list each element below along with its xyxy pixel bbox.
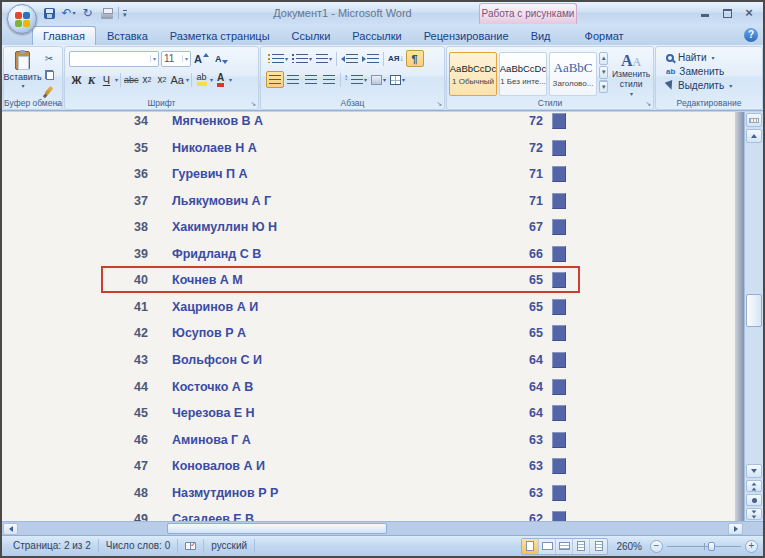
zoom-level[interactable]: 260%: [612, 541, 646, 552]
paragraph-dialog-launcher[interactable]: ↘: [436, 100, 442, 108]
row-marker-square[interactable]: [552, 352, 566, 368]
outline-view-button[interactable]: [573, 539, 590, 554]
list-row-48[interactable]: 48Назмутдинов Р Р63: [2, 486, 735, 513]
align-center-button[interactable]: [284, 71, 302, 88]
italic-button[interactable]: К: [84, 72, 99, 88]
office-button[interactable]: [7, 4, 37, 34]
row-marker-square[interactable]: [552, 246, 566, 262]
horizontal-scroll-track[interactable]: [19, 523, 727, 535]
list-row-35[interactable]: 35Николаев Н А72: [2, 141, 735, 168]
sort-button[interactable]: АЯ↓: [386, 50, 406, 67]
highlight-color-button[interactable]: ab: [194, 72, 209, 88]
list-row-41[interactable]: 41Хацринов А И65: [2, 300, 735, 327]
grow-font-button[interactable]: А: [191, 53, 212, 65]
proofing-status[interactable]: [178, 539, 204, 553]
previous-page-button[interactable]: [746, 480, 762, 492]
numbering-button[interactable]: ▾: [290, 50, 314, 67]
cut-button[interactable]: ✂: [39, 51, 59, 66]
row-marker-square[interactable]: [552, 458, 566, 474]
select-button[interactable]: Выделить▾: [666, 80, 758, 91]
tab-home[interactable]: Главная: [32, 26, 96, 45]
undo-button[interactable]: ↶▾: [61, 5, 76, 21]
styles-more-button[interactable]: ▼: [599, 80, 608, 93]
zoom-in-button[interactable]: +: [745, 540, 758, 553]
decrease-indent-button[interactable]: [339, 50, 360, 67]
minimize-button[interactable]: [699, 6, 711, 18]
horizontal-scrollbar[interactable]: [2, 521, 763, 535]
increase-indent-button[interactable]: [360, 50, 381, 67]
row-marker-square[interactable]: [552, 272, 566, 288]
line-spacing-button[interactable]: ▾: [343, 71, 369, 88]
style-card-3[interactable]: AaBbCЗаголово...: [549, 52, 597, 96]
font-color-dropdown-arrow[interactable]: ▾: [229, 76, 232, 83]
list-row-37[interactable]: 37Льякумович А Г71: [2, 194, 735, 221]
subscript-button[interactable]: х2: [140, 72, 155, 88]
list-row-47[interactable]: 47Коновалов А И63: [2, 459, 735, 486]
row-marker-square[interactable]: [552, 299, 566, 315]
list-row-43[interactable]: 43Вольфсон С И64: [2, 353, 735, 380]
change-case-dropdown-arrow[interactable]: ▾: [186, 76, 189, 83]
list-row-42[interactable]: 42Юсупов Р А65: [2, 326, 735, 353]
row-marker-square[interactable]: [552, 511, 566, 521]
page-indicator[interactable]: Страница: 2 из 2: [6, 539, 99, 553]
row-marker-square[interactable]: [552, 379, 566, 395]
customize-qat-button[interactable]: ▾: [123, 10, 127, 19]
print-button[interactable]: [99, 5, 114, 21]
format-painter-button[interactable]: [39, 83, 59, 98]
underline-button[interactable]: Ч: [99, 72, 114, 88]
save-button[interactable]: [42, 5, 57, 21]
row-marker-square[interactable]: [552, 219, 566, 235]
zoom-slider-handle[interactable]: [708, 542, 715, 551]
bold-button[interactable]: Ж: [69, 72, 84, 88]
align-right-button[interactable]: [302, 71, 320, 88]
scroll-right-button[interactable]: [728, 523, 743, 535]
scroll-up-button[interactable]: [746, 129, 762, 143]
superscript-button[interactable]: х2: [155, 72, 170, 88]
list-row-38[interactable]: 38Хакимуллин Ю Н67: [2, 220, 735, 247]
horizontal-scroll-thumb[interactable]: [167, 523, 387, 534]
tab-references[interactable]: Ссылки: [281, 26, 342, 45]
list-row-44[interactable]: 44Косточко А В64: [2, 380, 735, 407]
scroll-down-button[interactable]: [746, 464, 762, 478]
ruler-toggle-button[interactable]: [746, 113, 762, 127]
row-marker-square[interactable]: [552, 325, 566, 341]
strikethrough-button[interactable]: abc: [123, 72, 140, 88]
zoom-out-button[interactable]: −: [650, 540, 663, 553]
vertical-scrollbar[interactable]: [744, 112, 763, 521]
font-dialog-launcher[interactable]: ↘: [250, 100, 256, 108]
tab-page-layout[interactable]: Разметка страницы: [159, 26, 281, 45]
list-row-34[interactable]: 34Мягченков В А72: [2, 114, 735, 141]
help-button[interactable]: ?: [744, 28, 758, 42]
list-row-45[interactable]: 45Черезова Е Н64: [2, 406, 735, 433]
vertical-scroll-thumb[interactable]: [746, 294, 762, 327]
maximize-button[interactable]: [721, 6, 733, 18]
row-marker-square[interactable]: [552, 140, 566, 156]
web-layout-view-button[interactable]: [556, 539, 573, 554]
shrink-font-button[interactable]: А: [212, 54, 232, 64]
show-formatting-marks-button[interactable]: ¶: [406, 50, 424, 67]
find-button[interactable]: Найти▾: [666, 52, 758, 63]
styles-scroll-up-button[interactable]: ▲: [599, 52, 608, 65]
next-page-button[interactable]: [746, 508, 762, 520]
tab-review[interactable]: Рецензирование: [413, 26, 520, 45]
styles-scroll-down-button[interactable]: ▼: [599, 66, 608, 79]
scroll-left-button[interactable]: [3, 523, 18, 535]
copy-button[interactable]: [39, 67, 59, 82]
shading-button[interactable]: ▾: [369, 71, 388, 88]
list-row-49[interactable]: 49Сагадеев Е В62: [2, 512, 735, 521]
tab-mailings[interactable]: Рассылки: [341, 26, 412, 45]
vertical-scroll-track[interactable]: [746, 144, 762, 463]
select-browse-object-button[interactable]: [746, 494, 762, 506]
justify-button[interactable]: [320, 71, 338, 88]
font-size-combo[interactable]: 11▾: [161, 51, 191, 67]
change-case-button[interactable]: Aa: [170, 72, 185, 88]
font-name-combo[interactable]: ▾: [69, 51, 159, 67]
close-button[interactable]: ×: [743, 6, 755, 18]
replace-button[interactable]: abЗаменить: [666, 66, 758, 77]
row-marker-square[interactable]: [552, 432, 566, 448]
row-marker-square[interactable]: [552, 193, 566, 209]
tab-insert[interactable]: Вставка: [96, 26, 159, 45]
underline-dropdown-arrow[interactable]: ▾: [115, 76, 118, 83]
tab-format[interactable]: Формат: [574, 26, 635, 45]
tab-view[interactable]: Вид: [520, 26, 562, 45]
